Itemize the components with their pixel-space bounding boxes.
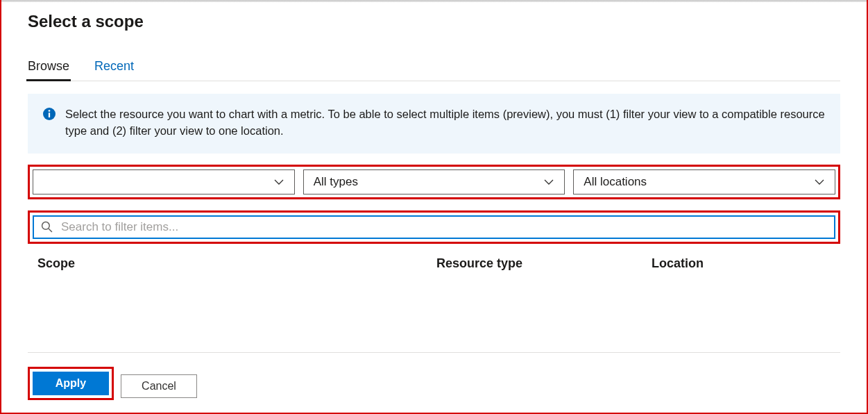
header-location: Location	[652, 256, 831, 271]
chevron-down-icon	[273, 176, 284, 188]
search-icon	[41, 221, 53, 233]
tab-browse[interactable]: Browse	[28, 59, 69, 81]
tab-recent[interactable]: Recent	[94, 59, 134, 81]
tab-browse-label: Browse	[28, 59, 69, 73]
chevron-down-icon	[814, 176, 825, 188]
svg-point-2	[49, 110, 51, 112]
search-highlight	[28, 210, 840, 244]
info-text: Select the resource you want to chart wi…	[65, 106, 826, 140]
footer-divider	[28, 352, 840, 353]
apply-button[interactable]: Apply	[33, 372, 109, 395]
apply-highlight: Apply	[28, 367, 114, 400]
tab-recent-label: Recent	[94, 59, 134, 73]
chevron-down-icon	[543, 176, 554, 188]
column-headers: Scope Resource type Location	[28, 256, 840, 271]
dialog-title: Select a scope	[28, 12, 840, 31]
window-titlebar-gradient	[1, 0, 867, 2]
svg-rect-1	[49, 113, 50, 117]
subscription-dropdown[interactable]	[33, 169, 295, 194]
info-banner: Select the resource you want to chart wi…	[28, 94, 840, 154]
search-box[interactable]	[33, 215, 835, 239]
locations-dropdown[interactable]: All locations	[573, 169, 835, 194]
locations-dropdown-label: All locations	[584, 175, 647, 189]
search-input[interactable]	[61, 217, 827, 238]
apply-button-label: Apply	[56, 377, 86, 390]
dialog-footer: Apply Cancel	[28, 352, 840, 400]
tab-bar: Browse Recent	[28, 59, 840, 81]
header-resource-type: Resource type	[436, 256, 652, 271]
header-scope: Scope	[37, 256, 436, 271]
info-icon	[43, 108, 56, 120]
types-dropdown-label: All types	[314, 175, 358, 189]
svg-point-3	[42, 222, 50, 230]
cancel-button-label: Cancel	[142, 380, 176, 392]
svg-line-4	[49, 229, 52, 233]
filters-highlight: All types All locations	[28, 165, 840, 199]
types-dropdown[interactable]: All types	[303, 169, 565, 194]
cancel-button[interactable]: Cancel	[121, 374, 197, 398]
